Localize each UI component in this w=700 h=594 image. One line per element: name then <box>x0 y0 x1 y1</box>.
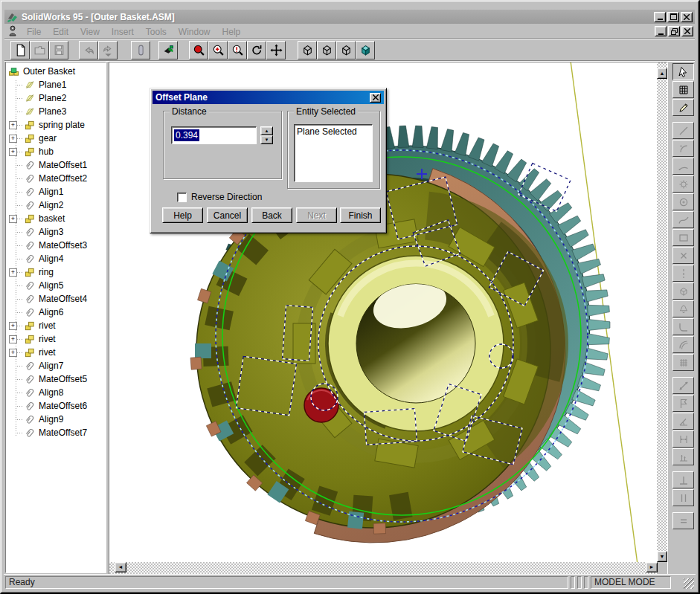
tree-item-align4[interactable]: Align4 <box>7 252 106 265</box>
save-button[interactable] <box>49 41 68 59</box>
tree-item-label: Align8 <box>39 387 63 398</box>
undo-button[interactable] <box>79 41 98 59</box>
menu-edit[interactable]: Edit <box>47 25 74 39</box>
tree-item-align7[interactable]: Align7 <box>7 359 106 372</box>
scroll-left-button[interactable]: ◄ <box>115 562 126 572</box>
doc-restore-button[interactable] <box>668 26 680 36</box>
doc-close-button[interactable] <box>681 26 693 36</box>
menu-bar: FileEditViewInsertToolsWindowHelp <box>4 25 695 39</box>
cancel-button[interactable]: Cancel <box>207 207 248 223</box>
tree-item-plane1[interactable]: Plane1 <box>7 78 106 91</box>
select-tool-button[interactable] <box>131 41 150 59</box>
menu-help[interactable]: Help <box>216 25 247 39</box>
minimize-button[interactable] <box>654 12 666 22</box>
tree-item-label: MateOffset4 <box>39 294 87 304</box>
expand-box[interactable]: + <box>9 349 17 357</box>
tree-item-mateoffset4[interactable]: MateOffset4 <box>7 292 106 306</box>
grid-button[interactable] <box>672 81 694 98</box>
spinner-up-button[interactable]: ▲ <box>260 126 273 135</box>
window-title: SolidWorks 95 - [Outer Basket.ASM] <box>22 12 175 22</box>
select-button[interactable] <box>672 63 694 80</box>
cubewire-icon <box>678 285 690 297</box>
spinner-down-button[interactable]: ▼ <box>260 135 273 144</box>
reverse-direction-checkbox[interactable] <box>177 193 187 202</box>
tree-item-plane3[interactable]: Plane3 <box>7 105 106 118</box>
zoom-to-fit-button[interactable] <box>189 41 208 59</box>
spline-icon <box>678 214 690 226</box>
close-button[interactable] <box>681 12 693 22</box>
menu-view[interactable]: View <box>74 25 106 39</box>
menu-tools[interactable]: Tools <box>140 25 173 39</box>
shaded-view-button[interactable] <box>356 41 375 59</box>
menu-file[interactable]: File <box>21 25 47 39</box>
cubeshaded-icon <box>359 44 372 57</box>
distance-input[interactable]: 0.394 <box>171 126 257 144</box>
view-orientation-side-button[interactable] <box>317 41 336 59</box>
view-orientation-front-button[interactable] <box>298 41 317 59</box>
back-button[interactable]: Back <box>251 207 292 223</box>
expand-box[interactable]: + <box>9 322 17 330</box>
entity-list-item[interactable]: Plane Selected <box>297 126 370 137</box>
scroll-right-button[interactable]: ► <box>646 562 658 572</box>
dialog-close-button[interactable] <box>370 93 381 103</box>
tree-item-rivet[interactable]: +rivet <box>7 319 106 332</box>
expand-box[interactable]: + <box>9 215 17 223</box>
redo-dropdown-button[interactable] <box>98 41 118 59</box>
tree-item-mateoffset2[interactable]: MateOffset2 <box>7 172 106 185</box>
new-button[interactable] <box>10 41 30 59</box>
tree-item-mateoffset5[interactable]: MateOffset5 <box>7 372 106 386</box>
doc-minimize-button[interactable] <box>655 26 667 36</box>
viewport-hscrollbar[interactable]: ◄ ► <box>109 562 658 574</box>
rotate-view-button[interactable] <box>247 41 266 59</box>
tree-item-align8[interactable]: Align8 <box>7 386 106 399</box>
tree-item-ring[interactable]: +ring <box>7 265 106 279</box>
mate-icon <box>24 427 36 439</box>
entity-listbox[interactable]: Plane Selected <box>294 124 373 182</box>
expand-box[interactable]: + <box>9 335 17 343</box>
finish-button[interactable]: Finish <box>340 207 381 223</box>
resize-grip[interactable] <box>684 578 694 589</box>
part-icon <box>24 133 36 144</box>
tree-item-label: Plane3 <box>39 106 66 117</box>
tree-item-align3[interactable]: Align3 <box>7 225 106 239</box>
tree-item-gear[interactable]: +gear <box>7 132 106 145</box>
help-button[interactable]: Help <box>162 207 203 223</box>
centerline-icon <box>678 268 690 280</box>
expand-box[interactable]: + <box>9 268 17 277</box>
menu-insert[interactable]: Insert <box>106 25 140 39</box>
tree-item-align9[interactable]: Align9 <box>7 413 106 426</box>
viewport-vscrollbar[interactable]: ▲ ▼ <box>657 62 667 562</box>
sketch-button[interactable] <box>672 99 694 116</box>
menu-window[interactable]: Window <box>173 25 216 39</box>
expand-box[interactable]: + <box>9 148 17 156</box>
tree-item-rivet[interactable]: +rivet <box>7 346 106 359</box>
tree-item-align5[interactable]: Align5 <box>7 279 106 292</box>
view-orientation-iso-button[interactable] <box>336 41 356 59</box>
mate-icon <box>24 254 36 265</box>
maximize-button[interactable] <box>667 12 679 22</box>
tree-item-basket[interactable]: +basket <box>7 212 106 225</box>
scroll-up-button[interactable]: ▲ <box>657 68 667 79</box>
expand-box[interactable]: + <box>9 135 17 143</box>
tree-item-mateoffset7[interactable]: MateOffset7 <box>7 426 106 439</box>
tree-item-hub[interactable]: +hub <box>7 145 106 158</box>
tree-item-mateoffset6[interactable]: MateOffset6 <box>7 399 106 413</box>
tree-item-plane2[interactable]: Plane2 <box>7 91 106 105</box>
tree-item-align1[interactable]: Align1 <box>7 185 106 198</box>
tree-item-spring-plate[interactable]: +spring plate <box>7 118 106 132</box>
rebuild-button[interactable] <box>158 41 178 59</box>
pan-button[interactable] <box>266 41 286 59</box>
tree-root[interactable]: Outer Basket <box>7 65 106 78</box>
tree-item-mateoffset3[interactable]: MateOffset3 <box>7 239 106 252</box>
tree-item-align6[interactable]: Align6 <box>7 306 106 319</box>
tree-item-mateoffset1[interactable]: MateOffset1 <box>7 158 106 172</box>
parallel-relation-button <box>672 489 694 506</box>
scroll-down-button[interactable]: ▼ <box>657 551 667 562</box>
zoom-to-selection-button[interactable] <box>228 41 247 59</box>
distance-value: 0.394 <box>174 129 199 141</box>
open-button[interactable] <box>30 41 49 59</box>
tree-item-rivet[interactable]: +rivet <box>7 332 106 346</box>
zoom-in-out-button[interactable] <box>208 41 228 59</box>
expand-box[interactable]: + <box>9 121 17 129</box>
tree-item-align2[interactable]: Align2 <box>7 198 106 212</box>
